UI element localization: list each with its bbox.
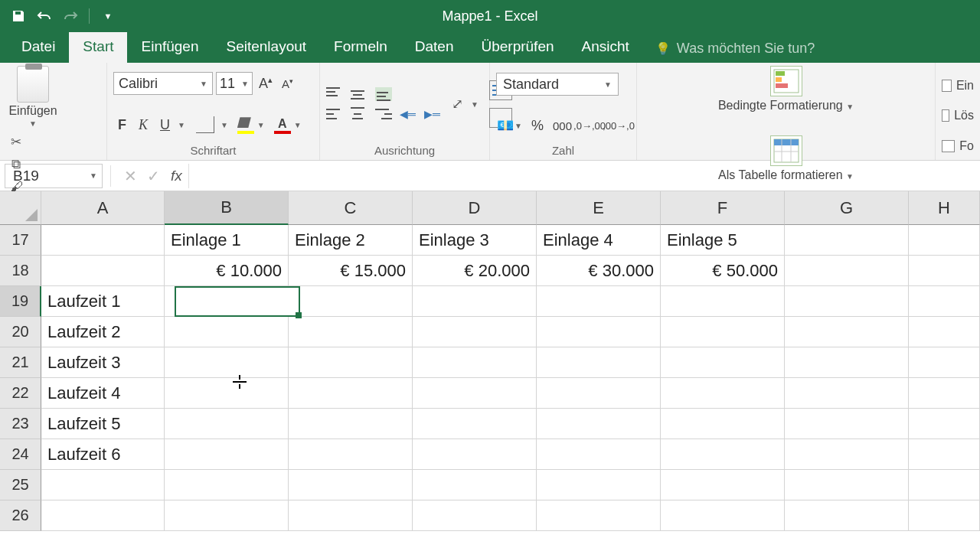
cell-H25[interactable] <box>909 470 980 500</box>
cell-H23[interactable] <box>909 409 980 439</box>
orientation-icon[interactable]: ⤢ <box>452 96 463 112</box>
cell-G25[interactable] <box>785 470 909 500</box>
cell-E26[interactable] <box>537 500 661 531</box>
cell-E19[interactable] <box>537 286 661 317</box>
cell-F22[interactable] <box>661 378 785 409</box>
cell-D25[interactable] <box>413 470 537 500</box>
cell-C20[interactable] <box>289 317 413 347</box>
comma-format-icon[interactable]: 000 <box>553 116 572 135</box>
cell-A20[interactable]: Laufzeit 2 <box>41 317 165 347</box>
cell-B18[interactable]: € 10.000 <box>165 256 289 286</box>
cell-F26[interactable] <box>661 500 785 531</box>
font-size-select[interactable]: 11▼ <box>216 72 253 95</box>
cell-D18[interactable]: € 20.000 <box>413 256 537 286</box>
cell-D22[interactable] <box>413 378 537 409</box>
cell-G20[interactable] <box>785 317 909 347</box>
cell-G23[interactable] <box>785 409 909 439</box>
delete-cells-button[interactable]: Lös <box>942 109 974 122</box>
column-header-E[interactable]: E <box>537 191 661 225</box>
column-header-C[interactable]: C <box>289 191 413 225</box>
enter-formula-icon[interactable]: ✓ <box>142 167 165 185</box>
cell-D26[interactable] <box>413 500 537 531</box>
row-header-21[interactable]: 21 <box>0 347 41 378</box>
fill-color-button[interactable] <box>237 117 254 132</box>
tab-insert[interactable]: Einfügen <box>127 32 212 63</box>
column-header-A[interactable]: A <box>41 191 165 225</box>
align-bottom-icon[interactable] <box>375 87 392 101</box>
shrink-font-icon[interactable]: A▾ <box>279 77 296 90</box>
borders-button[interactable] <box>196 116 214 133</box>
tab-file[interactable]: Datei <box>8 32 69 63</box>
grow-font-icon[interactable]: A▴ <box>256 75 276 92</box>
cell-D17[interactable]: Einlage 3 <box>413 225 537 256</box>
cell-A25[interactable] <box>41 470 165 500</box>
align-right-icon[interactable] <box>375 107 392 121</box>
cell-E24[interactable] <box>537 439 661 470</box>
cell-G22[interactable] <box>785 378 909 409</box>
cell-E20[interactable] <box>537 317 661 347</box>
cell-B22[interactable] <box>165 378 289 409</box>
cell-D21[interactable] <box>413 347 537 378</box>
cell-A24[interactable]: Laufzeit 6 <box>41 439 165 470</box>
cell-G19[interactable] <box>785 286 909 317</box>
column-header-G[interactable]: G <box>785 191 909 225</box>
paste-button[interactable]: Einfügen ▼ <box>6 66 60 128</box>
conditional-formatting-button[interactable]: Bedingte Formatierung ▼ <box>718 66 854 112</box>
increase-indent-icon[interactable]: ▶═ <box>424 107 441 121</box>
cell-C19[interactable] <box>289 286 413 317</box>
cell-E23[interactable] <box>537 409 661 439</box>
font-color-button[interactable]: A <box>274 117 291 132</box>
cell-A26[interactable] <box>41 500 165 531</box>
cell-D24[interactable] <box>413 439 537 470</box>
italic-button[interactable]: K <box>134 114 152 136</box>
cell-F21[interactable] <box>661 347 785 378</box>
cell-A21[interactable]: Laufzeit 3 <box>41 347 165 378</box>
cell-B19[interactable] <box>165 286 289 317</box>
accounting-format-icon[interactable]: 💶 <box>496 116 514 135</box>
row-header-23[interactable]: 23 <box>0 409 41 439</box>
qat-customize-icon[interactable]: ▼ <box>97 5 119 27</box>
cell-B24[interactable] <box>165 439 289 470</box>
cell-E18[interactable]: € 30.000 <box>537 256 661 286</box>
align-top-icon[interactable] <box>326 87 343 101</box>
font-name-select[interactable]: Calibri▼ <box>113 72 213 95</box>
cell-A22[interactable]: Laufzeit 4 <box>41 378 165 409</box>
cell-A23[interactable]: Laufzeit 5 <box>41 409 165 439</box>
cut-icon[interactable]: ✂ <box>6 132 26 151</box>
insert-function-icon[interactable]: fx <box>165 168 188 184</box>
underline-button[interactable]: U <box>155 114 175 136</box>
column-header-F[interactable]: F <box>661 191 785 225</box>
cell-B21[interactable] <box>165 347 289 378</box>
cell-C22[interactable] <box>289 378 413 409</box>
cell-C17[interactable]: Einlage 2 <box>289 225 413 256</box>
cell-A19[interactable]: Laufzeit 1 <box>41 286 165 317</box>
align-left-icon[interactable] <box>326 107 343 121</box>
row-header-22[interactable]: 22 <box>0 378 41 409</box>
tab-review[interactable]: Überprüfen <box>467 32 567 63</box>
cell-G21[interactable] <box>785 347 909 378</box>
increase-decimal-icon[interactable]: ,0→,00 <box>578 116 601 135</box>
cell-B25[interactable] <box>165 470 289 500</box>
cell-C23[interactable] <box>289 409 413 439</box>
cell-B20[interactable] <box>165 317 289 347</box>
cell-G18[interactable] <box>785 256 909 286</box>
cell-D20[interactable] <box>413 317 537 347</box>
cell-E21[interactable] <box>537 347 661 378</box>
cell-E25[interactable] <box>537 470 661 500</box>
cell-G24[interactable] <box>785 439 909 470</box>
cell-H21[interactable] <box>909 347 980 378</box>
cell-C24[interactable] <box>289 439 413 470</box>
row-header-19[interactable]: 19 <box>0 286 41 317</box>
cell-F17[interactable]: Einlage 5 <box>661 225 785 256</box>
cell-C21[interactable] <box>289 347 413 378</box>
align-center-icon[interactable] <box>351 107 368 121</box>
cell-D19[interactable] <box>413 286 537 317</box>
cell-H19[interactable] <box>909 286 980 317</box>
insert-cells-button[interactable]: Ein <box>942 79 974 93</box>
cell-H17[interactable] <box>909 225 980 256</box>
cell-D23[interactable] <box>413 409 537 439</box>
tab-view[interactable]: Ansicht <box>568 32 643 63</box>
format-as-table-button[interactable]: Als Tabelle formatieren ▼ <box>718 135 854 182</box>
cell-F24[interactable] <box>661 439 785 470</box>
column-header-D[interactable]: D <box>413 191 537 225</box>
